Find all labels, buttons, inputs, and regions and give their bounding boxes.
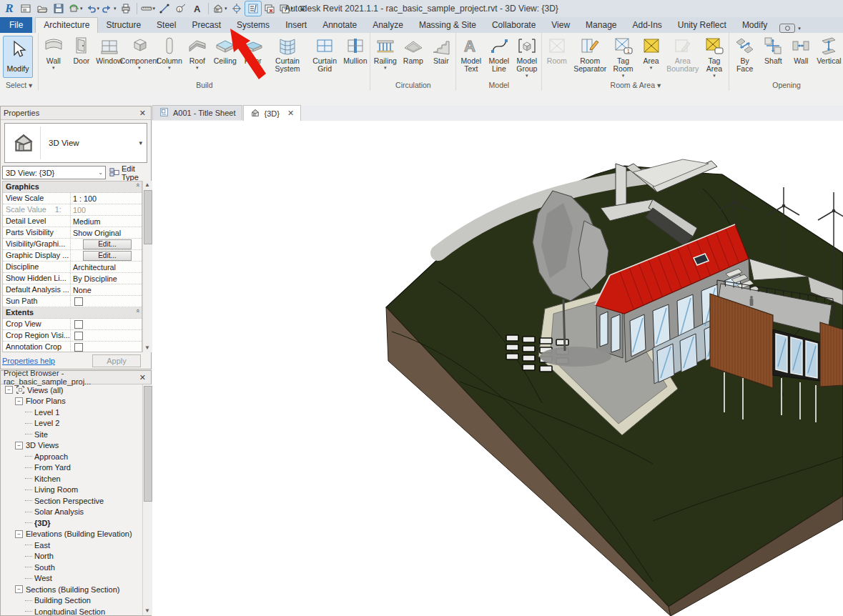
model-text-button[interactable]: AModel Text bbox=[457, 34, 485, 73]
tab-annotate[interactable]: Annotate bbox=[315, 17, 365, 33]
tree-item-north[interactable]: North bbox=[2, 551, 142, 562]
tree-item-building-section[interactable]: Building Section bbox=[2, 595, 142, 607]
mullion-button[interactable]: Mullion bbox=[341, 34, 369, 65]
close-hidden-windows-icon[interactable] bbox=[262, 1, 277, 16]
close-icon[interactable]: ✕ bbox=[287, 109, 294, 118]
tree-item-elevations-building-elevation-[interactable]: −Elevations (Building Elevation) bbox=[2, 529, 142, 540]
model-line-button[interactable]: Model Line bbox=[485, 34, 513, 73]
curtain-system-button[interactable]: Curtain System bbox=[267, 34, 307, 73]
tab-view[interactable]: View bbox=[543, 17, 578, 33]
edit-type-button[interactable]: Edit Type bbox=[109, 164, 151, 182]
section-header-extents[interactable]: Extents« bbox=[3, 307, 142, 319]
print-icon[interactable] bbox=[118, 1, 134, 16]
tree-item-sections-building-section-[interactable]: −Sections (Building Section) bbox=[2, 584, 142, 595]
instance-selector-combobox[interactable]: 3D View: {3D} ⌄ bbox=[2, 166, 106, 179]
tab-architecture[interactable]: Architecture bbox=[35, 17, 98, 33]
tab-collaborate[interactable]: Collaborate bbox=[484, 17, 543, 33]
home-icon[interactable] bbox=[18, 1, 34, 16]
tree-item-solar-analysis[interactable]: Solar Analysis bbox=[2, 507, 142, 518]
collapse-box[interactable]: − bbox=[15, 585, 23, 593]
edit-button[interactable]: Edit... bbox=[83, 239, 132, 249]
tree-item--3d-[interactable]: {3D} bbox=[2, 517, 142, 529]
measure-icon[interactable]: ▾ bbox=[140, 1, 157, 16]
panel-label[interactable]: Opening bbox=[730, 80, 842, 91]
tab-precast[interactable]: Precast bbox=[184, 17, 229, 33]
panel-label[interactable]: Circulation bbox=[371, 80, 455, 91]
door-button[interactable]: Door bbox=[67, 34, 95, 65]
model-group-button[interactable]: Model Group▾ bbox=[513, 34, 541, 78]
switch-windows-icon[interactable]: ▾ bbox=[278, 1, 295, 16]
aligned-dimension-icon[interactable] bbox=[157, 1, 172, 16]
section-icon[interactable] bbox=[229, 1, 245, 16]
properties-help-link[interactable]: Properties help bbox=[2, 357, 55, 365]
tree-item-from-yard[interactable]: From Yard bbox=[2, 462, 142, 474]
tree-item-kitchen[interactable]: Kitchen bbox=[2, 473, 142, 485]
checkbox[interactable] bbox=[74, 320, 83, 329]
collapse-box[interactable]: − bbox=[5, 386, 13, 394]
checkbox[interactable] bbox=[74, 343, 83, 352]
checkbox[interactable] bbox=[74, 297, 83, 306]
tab-modify[interactable]: Modify bbox=[734, 17, 775, 33]
collapse-box[interactable]: − bbox=[15, 530, 23, 538]
roof-button[interactable]: Roof▾ bbox=[183, 34, 211, 70]
tree-item-level-1[interactable]: Level 1 bbox=[2, 407, 142, 418]
collapse-box[interactable]: − bbox=[15, 397, 23, 405]
close-icon[interactable]: ✕ bbox=[137, 109, 148, 118]
room-separator-button[interactable]: Room Separator bbox=[571, 34, 609, 73]
collapse-box[interactable]: − bbox=[15, 442, 23, 449]
panel-label[interactable]: Build bbox=[39, 80, 369, 91]
railing-button[interactable]: Railing▾ bbox=[371, 34, 399, 70]
tree-item-floor-plans[interactable]: −Floor Plans bbox=[2, 396, 142, 407]
active-tab-display-icon[interactable]: ▾ bbox=[779, 24, 801, 33]
properties-scrollbar[interactable]: ▲ ▼ bbox=[142, 181, 152, 352]
panel-label[interactable]: Model bbox=[457, 80, 541, 91]
open-icon[interactable] bbox=[34, 1, 50, 16]
ramp-button[interactable]: Ramp bbox=[399, 34, 427, 65]
tag-area-button[interactable]: Tag Area▾ bbox=[700, 34, 728, 78]
tree-item-west[interactable]: West bbox=[2, 573, 142, 585]
by-face-button[interactable]: By Face bbox=[730, 34, 759, 73]
modify-button[interactable]: Modify bbox=[3, 36, 33, 78]
tree-item-longitudinal-section[interactable]: Longitudinal Section bbox=[2, 606, 142, 615]
ceiling-button[interactable]: Ceiling bbox=[211, 34, 239, 65]
project-browser-scrollbar[interactable]: ▼ bbox=[142, 384, 152, 615]
view-tab-a001-title-sheet[interactable]: A001 - Title Sheet bbox=[152, 105, 242, 120]
wall-button[interactable]: Wall▾ bbox=[39, 34, 67, 70]
customize-qat-icon[interactable] bbox=[295, 1, 310, 16]
tree-item-east[interactable]: East bbox=[2, 540, 142, 551]
shaft-button[interactable]: Shaft bbox=[759, 34, 787, 65]
component-button[interactable]: Component▾ bbox=[123, 34, 155, 70]
checkbox[interactable] bbox=[74, 332, 83, 340]
sync-icon[interactable]: ▾ bbox=[67, 1, 84, 16]
area-button[interactable]: Area▾ bbox=[637, 34, 665, 70]
tab-unity-reflect[interactable]: Unity Reflect bbox=[670, 17, 734, 33]
wall-button[interactable]: Wall bbox=[787, 34, 815, 65]
view-tab--3d-[interactable]: {3D}✕ bbox=[243, 105, 301, 121]
close-icon[interactable]: ✕ bbox=[137, 373, 148, 382]
tab-systems[interactable]: Systems bbox=[229, 17, 277, 33]
tab-steel[interactable]: Steel bbox=[149, 17, 184, 33]
tree-item-site[interactable]: Site bbox=[2, 429, 142, 440]
tab-manage[interactable]: Manage bbox=[578, 17, 624, 33]
tree-item-section-perspective[interactable]: Section Perspective bbox=[2, 495, 142, 507]
edit-button[interactable]: Edit... bbox=[83, 251, 132, 261]
tab-massing-site[interactable]: Massing & Site bbox=[411, 17, 484, 33]
tag-icon[interactable]: 1 bbox=[173, 1, 189, 16]
text-icon[interactable]: A bbox=[189, 1, 205, 16]
section-header-graphics[interactable]: Graphics« bbox=[3, 182, 142, 193]
stair-button[interactable]: Stair bbox=[427, 34, 455, 65]
panel-label-select[interactable]: Select ▾ bbox=[1, 80, 36, 91]
revit-logo[interactable]: R bbox=[1, 1, 17, 16]
tab-add-ins[interactable]: Add-Ins bbox=[624, 17, 669, 33]
tree-item-3d-views[interactable]: −3D Views bbox=[2, 440, 142, 452]
window-button[interactable]: Window bbox=[95, 34, 123, 65]
floor-button[interactable]: Floor▾ bbox=[239, 34, 267, 70]
save-icon[interactable] bbox=[51, 1, 66, 16]
default-3d-view-icon[interactable]: ▾ bbox=[212, 1, 228, 16]
curtain-grid-button[interactable]: Curtain Grid bbox=[308, 34, 342, 73]
tab-file[interactable]: File bbox=[0, 17, 32, 33]
thin-lines-icon[interactable] bbox=[245, 1, 261, 16]
tab-analyze[interactable]: Analyze bbox=[365, 17, 411, 33]
apply-button[interactable]: Apply bbox=[92, 354, 141, 367]
tree-item-living-room[interactable]: Living Room bbox=[2, 485, 142, 496]
